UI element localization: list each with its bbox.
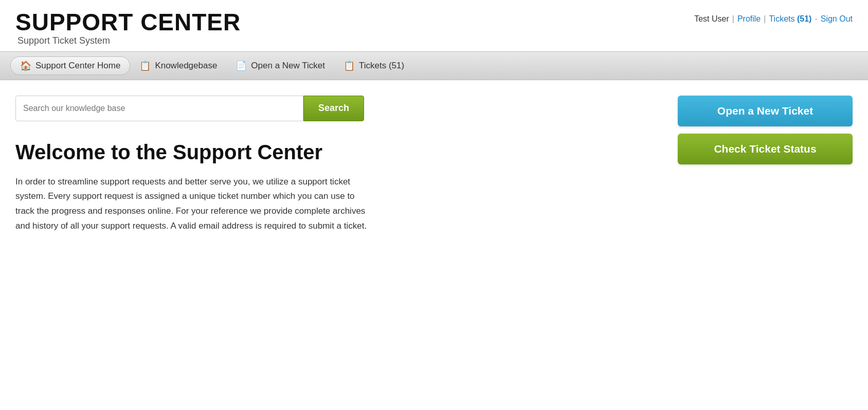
welcome-title: Welcome to the Support Center — [15, 140, 657, 164]
logo-subtitle: Support Ticket System — [17, 35, 110, 46]
left-content: Search Welcome to the Support Center In … — [15, 96, 657, 234]
nav-item-open-ticket[interactable]: 📄 Open a New Ticket — [226, 57, 334, 74]
nav-label-open-ticket: Open a New Ticket — [251, 61, 325, 71]
nav-label-tickets: Tickets (51) — [359, 61, 404, 71]
navbar: 🏠 Support Center Home 📋 Knowledgebase 📄 … — [0, 51, 868, 80]
nav-item-tickets[interactable]: 📋 Tickets (51) — [334, 57, 413, 74]
search-row: Search — [15, 96, 657, 121]
tickets-nav-icon: 📋 — [343, 60, 355, 71]
logo-block: SUPPORT CENTER Support Ticket System — [15, 9, 241, 46]
tickets-link[interactable]: Tickets (51) — [769, 14, 811, 24]
username-text: Test User — [694, 14, 729, 24]
search-input[interactable] — [15, 96, 303, 121]
header: SUPPORT CENTER Support Ticket System Tes… — [0, 0, 868, 51]
check-ticket-status-button[interactable]: Check Ticket Status — [678, 134, 853, 164]
nav-label-home: Support Center Home — [35, 61, 120, 71]
separator-2: | — [764, 14, 766, 24]
tickets-link-text: Tickets — [769, 14, 794, 23]
new-ticket-icon: 📄 — [236, 60, 247, 71]
nav-label-knowledgebase: Knowledgebase — [155, 61, 217, 71]
user-bar: Test User | Profile | Tickets (51) - Sig… — [694, 9, 853, 24]
right-content: Open a New Ticket Check Ticket Status — [678, 96, 853, 164]
nav-item-home[interactable]: 🏠 Support Center Home — [10, 57, 130, 75]
logo-title: SUPPORT CENTER — [15, 9, 241, 35]
knowledgebase-icon: 📋 — [139, 60, 151, 71]
main-content: Search Welcome to the Support Center In … — [0, 80, 868, 250]
separator-3: - — [815, 14, 817, 24]
search-button[interactable]: Search — [303, 96, 364, 121]
separator-1: | — [732, 14, 734, 24]
open-new-ticket-button[interactable]: Open a New Ticket — [678, 96, 853, 126]
nav-item-knowledgebase[interactable]: 📋 Knowledgebase — [130, 57, 226, 74]
profile-link[interactable]: Profile — [737, 14, 761, 24]
tickets-count: (51) — [797, 14, 811, 23]
welcome-body: In order to streamline support requests … — [15, 175, 375, 234]
signout-link[interactable]: Sign Out — [821, 14, 853, 24]
home-icon: 🏠 — [20, 60, 31, 71]
